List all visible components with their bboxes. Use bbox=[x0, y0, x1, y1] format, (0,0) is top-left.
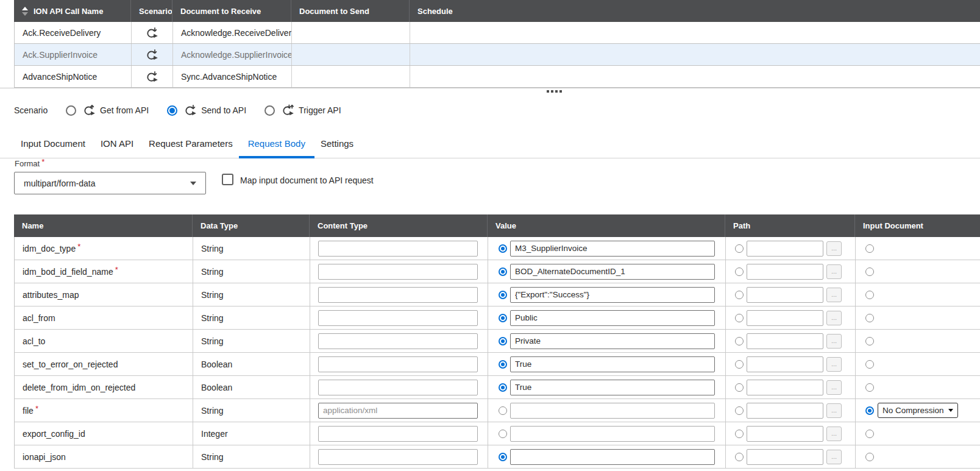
content-type-input[interactable] bbox=[318, 287, 478, 303]
content-type-input[interactable] bbox=[318, 380, 478, 395]
api-call-row-ack-supplierinvoice[interactable]: Ack.SupplierInvoiceAcknowledge.SupplierI… bbox=[14, 44, 980, 66]
tab-input-document[interactable]: Input Document bbox=[16, 129, 90, 158]
path-radio[interactable] bbox=[735, 406, 744, 415]
path-input[interactable] bbox=[747, 426, 823, 442]
path-radio[interactable] bbox=[735, 314, 744, 322]
input-document-radio[interactable] bbox=[865, 383, 874, 392]
browse-path-button[interactable]: ... bbox=[826, 334, 842, 349]
tab-settings[interactable]: Settings bbox=[316, 129, 358, 158]
scenario-radio-trigger-api[interactable] bbox=[265, 105, 275, 116]
value-radio[interactable] bbox=[499, 244, 507, 253]
tab-request-body[interactable]: Request Body bbox=[243, 129, 310, 158]
browse-path-button[interactable]: ... bbox=[826, 450, 842, 464]
value-input[interactable] bbox=[510, 426, 715, 442]
browse-path-button[interactable]: ... bbox=[826, 264, 842, 279]
value-input[interactable] bbox=[510, 333, 715, 349]
scenario-option-trigger-api[interactable]: Trigger API bbox=[265, 104, 341, 116]
browse-path-button[interactable]: ... bbox=[826, 357, 842, 372]
content-type-input[interactable] bbox=[318, 449, 478, 465]
scenario-radio-get-from-api[interactable] bbox=[66, 105, 76, 116]
value-radio[interactable] bbox=[499, 314, 507, 322]
input-document-radio[interactable] bbox=[865, 291, 874, 299]
content-type-input[interactable] bbox=[318, 241, 478, 257]
path-radio[interactable] bbox=[735, 267, 744, 276]
value-input[interactable] bbox=[510, 241, 715, 257]
value-input[interactable] bbox=[510, 449, 715, 465]
path-input[interactable] bbox=[747, 356, 823, 372]
input-document-cell: No Compression bbox=[856, 399, 980, 422]
path-input[interactable] bbox=[747, 333, 823, 349]
value-input[interactable] bbox=[510, 264, 715, 280]
value-radio[interactable] bbox=[499, 337, 507, 345]
sort-icon[interactable] bbox=[22, 7, 28, 16]
column-header-content-type: Content Type bbox=[310, 214, 488, 237]
input-document-radio[interactable] bbox=[865, 406, 874, 415]
path-radio[interactable] bbox=[735, 244, 744, 253]
path-input[interactable] bbox=[747, 287, 823, 303]
api-call-row-ack-receivedelivery[interactable]: Ack.ReceiveDeliveryAcknowledge.ReceiveDe… bbox=[14, 22, 980, 44]
value-input[interactable] bbox=[510, 310, 715, 326]
scenario-option-get-from-api[interactable]: Get from API bbox=[66, 104, 149, 116]
scenario-option-send-to-api[interactable]: Send to API bbox=[167, 104, 246, 116]
input-document-radio[interactable] bbox=[865, 430, 874, 438]
path-input[interactable] bbox=[747, 241, 823, 257]
input-document-radio[interactable] bbox=[865, 314, 874, 322]
path-radio[interactable] bbox=[735, 430, 744, 438]
content-type-input[interactable] bbox=[318, 356, 478, 372]
path-radio[interactable] bbox=[735, 453, 744, 461]
value-radio[interactable] bbox=[499, 267, 507, 276]
map-input-document-label[interactable]: Map input document to API request bbox=[240, 175, 374, 185]
path-input[interactable] bbox=[747, 403, 823, 419]
column-header-ion-api-call-name[interactable]: ION API Call Name bbox=[14, 0, 131, 22]
input-document-radio[interactable] bbox=[865, 337, 874, 345]
path-input[interactable] bbox=[747, 264, 823, 280]
input-document-radio[interactable] bbox=[865, 244, 874, 253]
scenario-option-label[interactable]: Send to API bbox=[201, 105, 246, 115]
value-radio[interactable] bbox=[499, 360, 507, 369]
path-radio[interactable] bbox=[735, 360, 744, 369]
value-radio[interactable] bbox=[499, 453, 507, 461]
value-radio[interactable] bbox=[499, 291, 507, 299]
compression-select[interactable]: No Compression bbox=[878, 403, 958, 418]
browse-path-button[interactable]: ... bbox=[826, 427, 842, 441]
browse-path-button[interactable]: ... bbox=[826, 403, 842, 418]
api-call-row-advanceshipnotice[interactable]: AdvanceShipNoticeSync.AdvanceShipNotice bbox=[14, 66, 980, 88]
value-radio[interactable] bbox=[499, 430, 507, 438]
send-to-api-icon bbox=[146, 49, 158, 61]
content-type-input[interactable] bbox=[318, 403, 478, 419]
input-document-radio[interactable] bbox=[865, 360, 874, 369]
content-type-input[interactable] bbox=[318, 264, 478, 280]
browse-path-button[interactable]: ... bbox=[826, 380, 842, 395]
value-input[interactable] bbox=[510, 380, 715, 395]
content-type-input[interactable] bbox=[318, 310, 478, 326]
path-input[interactable] bbox=[747, 449, 823, 465]
scenario-option-label[interactable]: Trigger API bbox=[299, 105, 341, 115]
tab-request-parameters[interactable]: Request Parameters bbox=[144, 129, 238, 158]
browse-path-button[interactable]: ... bbox=[826, 288, 842, 302]
input-document-radio[interactable] bbox=[865, 267, 874, 276]
path-radio[interactable] bbox=[735, 337, 744, 345]
tab-ion-api[interactable]: ION API bbox=[96, 129, 138, 158]
path-radio[interactable] bbox=[735, 291, 744, 299]
value-cell bbox=[488, 399, 726, 422]
splitter-drag-handle-icon[interactable] bbox=[547, 90, 562, 93]
value-input[interactable] bbox=[510, 403, 715, 419]
scenario-radio-send-to-api[interactable] bbox=[167, 105, 177, 116]
path-input[interactable] bbox=[747, 310, 823, 326]
path-radio[interactable] bbox=[735, 383, 744, 392]
map-input-document-checkbox[interactable] bbox=[222, 174, 233, 185]
content-type-input[interactable] bbox=[318, 333, 478, 349]
value-input[interactable] bbox=[510, 287, 715, 303]
content-type-input[interactable] bbox=[318, 426, 478, 442]
input-document-cell bbox=[856, 283, 980, 306]
scenario-option-label[interactable]: Get from API bbox=[100, 105, 149, 115]
path-input[interactable] bbox=[747, 380, 823, 395]
input-document-radio[interactable] bbox=[865, 453, 874, 461]
browse-path-button[interactable]: ... bbox=[826, 311, 842, 325]
browse-path-button[interactable]: ... bbox=[826, 241, 842, 256]
format-dropdown[interactable]: multipart/form-data bbox=[14, 172, 206, 194]
value-radio[interactable] bbox=[499, 383, 507, 392]
value-input[interactable] bbox=[510, 356, 715, 372]
document-to-receive-cell: Acknowledge.ReceiveDelivery bbox=[173, 22, 292, 43]
value-radio[interactable] bbox=[499, 406, 507, 415]
